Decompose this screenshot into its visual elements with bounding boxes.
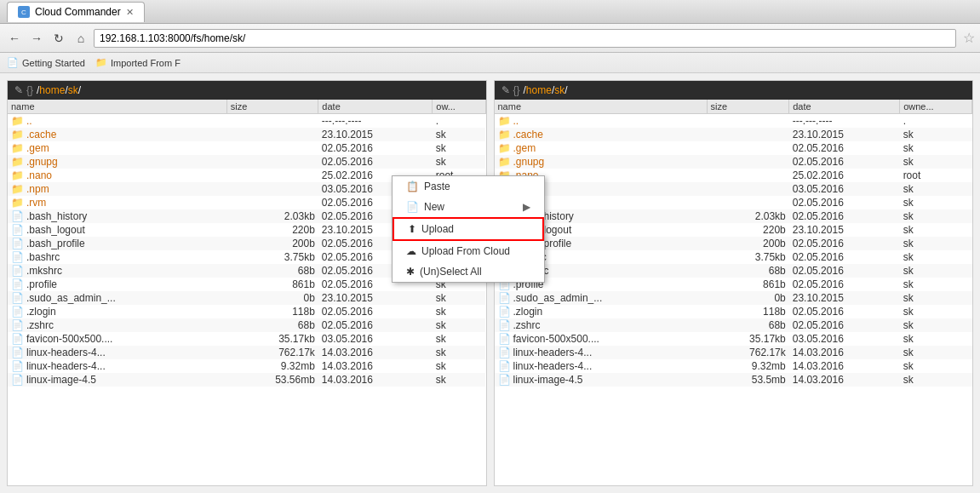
table-row[interactable]: 📄favicon-500x500.... 35.17kb 03.05.2016 … [495,332,972,346]
forward-button[interactable]: → [27,29,46,48]
file-name-cell[interactable]: 📁.. [495,114,708,129]
table-row[interactable]: 📁.. ---.---.---- . [8,114,485,129]
file-icon: 📄 [11,265,24,277]
table-row[interactable]: 📄.zshrc 68b 02.05.2016 sk [495,318,972,332]
context-menu-item-upload-cloud[interactable]: ☁ Upload From Cloud [393,241,544,261]
file-name-cell[interactable]: 📄linux-headers-4... [495,359,708,373]
file-name-cell[interactable]: 📁.gem [8,141,226,155]
menu-item-icon-new: 📄 [406,201,419,213]
file-name-cell[interactable]: 📄linux-headers-4... [8,346,226,359]
size-cell: 53.5mb [707,373,789,387]
table-row[interactable]: 📄linux-headers-4... 9.32mb 14.03.2016 sk [495,359,972,373]
file-name-cell[interactable]: 📁.cache [8,128,226,141]
file-name-cell[interactable]: 📄.sudo_as_admin_... [8,291,226,305]
file-name-cell[interactable]: 📄.bashrc [8,250,226,264]
table-row[interactable]: 📄.sudo_as_admin_... 0b 23.10.2015 sk [495,291,972,305]
file-name-cell[interactable]: 📄favicon-500x500.... [8,332,226,346]
context-menu-item-paste[interactable]: 📋 Paste [393,176,544,197]
bookmark-getting-started[interactable]: 📄 Getting Started [7,57,85,68]
owner-cell: sk [433,359,485,373]
table-row[interactable]: 📁.cache 23.10.2015 sk [8,128,485,141]
table-row[interactable]: 📁.rvm 02.05.2016 sk [495,196,972,209]
table-row[interactable]: 📄.sudo_as_admin_... 0b 23.10.2015 sk [8,291,485,305]
col-size: size [226,100,318,114]
address-bar[interactable] [94,29,956,48]
file-icon: 📄 [11,360,24,372]
right-panel-scroll[interactable]: name size date owne... 📁.. ---.---.---- … [495,100,973,485]
bookmark-imported-from[interactable]: 📁 Imported From F [95,57,181,68]
owner-cell: sk [900,318,972,332]
owner-cell: sk [900,223,972,237]
file-icon: 📄 [498,333,511,345]
file-name-cell[interactable]: 📄.zshrc [495,318,708,332]
left-panel: ✎ {} /home/sk/ name size date ow... 📁 [7,80,487,486]
table-row[interactable]: 📄linux-headers-4... 762.17k 14.03.2016 s… [8,346,485,359]
file-name-cell[interactable]: 📄linux-image-4.5 [8,373,226,387]
table-row[interactable]: 📁.nano 25.02.2016 root [495,169,972,182]
table-row[interactable]: 📄.zlogin 118b 02.05.2016 sk [8,305,485,318]
left-panel-scroll[interactable]: name size date ow... 📁.. ---.---.---- . … [8,100,486,485]
browser-tab[interactable]: C Cloud Commander ✕ [7,2,145,22]
table-row[interactable]: 📄linux-image-4.5 53.5mb 14.03.2016 sk [495,373,972,387]
size-cell: 68b [226,264,318,278]
file-name-cell[interactable]: 📁.npm [8,182,226,196]
table-row[interactable]: 📁.gnupg 02.05.2016 sk [495,155,972,169]
file-name-cell[interactable]: 📄.sudo_as_admin_... [495,291,708,305]
table-row[interactable]: 📄.profile 861b 02.05.2016 sk [495,278,972,291]
table-row[interactable]: 📄.zshrc 68b 02.05.2016 sk [8,318,485,332]
file-name-cell[interactable]: 📄linux-image-4.5 [495,373,708,387]
table-row[interactable]: 📄.mkshrc 68b 02.05.2016 sk [495,264,972,278]
date-cell: 02.05.2016 [789,250,900,264]
table-row[interactable]: 📄linux-headers-4... 762.17k 14.03.2016 s… [495,346,972,359]
file-icon: 📄 [11,238,24,249]
back-button[interactable]: ← [5,29,24,48]
context-menu-item-unselect[interactable]: ✱ (Un)Select All [393,261,544,282]
table-row[interactable]: 📄.bashrc 3.75kb 02.05.2016 sk [495,250,972,264]
file-name-cell[interactable]: 📁.. [8,114,226,129]
file-name-cell[interactable]: 📁.gnupg [495,155,708,169]
reload-button[interactable]: ↻ [49,29,68,48]
file-name-cell[interactable]: 📄linux-headers-4... [495,346,708,359]
table-row[interactable]: 📄.bash_history 2.03kb 02.05.2016 sk [495,209,972,223]
size-cell: 861b [707,278,789,291]
file-name-cell[interactable]: 📄.mkshrc [8,264,226,278]
file-name-cell[interactable]: 📄.bash_logout [8,223,226,237]
file-name-cell[interactable]: 📁.rvm [8,196,226,209]
table-row[interactable]: 📄favicon-500x500.... 35.17kb 03.05.2016 … [8,332,485,346]
size-cell: 9.32mb [226,359,318,373]
file-name-cell[interactable]: 📄.zshrc [8,318,226,332]
file-name-cell[interactable]: 📄.zlogin [495,305,708,318]
file-icon: 📄 [11,292,24,304]
table-row[interactable]: 📁.. ---.---.---- . [495,114,972,129]
home-button[interactable]: ⌂ [72,29,90,48]
file-name-cell[interactable]: 📄.bash_profile [8,237,226,250]
file-name-cell[interactable]: 📁.gnupg [8,155,226,169]
file-icon: 📄 [11,210,24,222]
file-name-cell[interactable]: 📄linux-headers-4... [8,359,226,373]
file-name-cell[interactable]: 📁.gem [495,141,708,155]
date-cell: 14.03.2016 [318,359,433,373]
file-name-cell[interactable]: 📁.cache [495,128,708,141]
file-name-cell[interactable]: 📄.profile [8,278,226,291]
table-row[interactable]: 📁.npm 03.05.2016 sk [495,182,972,196]
folder-icon: 📁 [11,129,24,140]
file-name-cell[interactable]: 📁.nano [8,169,226,182]
size-cell: 0b [226,291,318,305]
file-name-cell[interactable]: 📄.zlogin [8,305,226,318]
date-cell: 02.05.2016 [789,318,900,332]
context-menu-item-upload[interactable]: ⬆ Upload [393,217,544,241]
table-row[interactable]: 📄.bash_profile 200b 02.05.2016 sk [495,237,972,250]
file-name-cell[interactable]: 📄.bash_history [8,209,226,223]
table-row[interactable]: 📁.cache 23.10.2015 sk [495,128,972,141]
file-name-cell[interactable]: 📄favicon-500x500.... [495,332,708,346]
file-icon: 📄 [11,374,24,386]
table-row[interactable]: 📁.gem 02.05.2016 sk [495,141,972,155]
context-menu-item-new[interactable]: 📄 New ▶ [393,197,544,217]
table-row[interactable]: 📁.gem 02.05.2016 sk [8,141,485,155]
table-row[interactable]: 📄.bash_logout 220b 23.10.2015 sk [495,223,972,237]
table-row[interactable]: 📁.gnupg 02.05.2016 sk [8,155,485,169]
table-row[interactable]: 📄.zlogin 118b 02.05.2016 sk [495,305,972,318]
table-row[interactable]: 📄linux-headers-4... 9.32mb 14.03.2016 sk [8,359,485,373]
tab-close-button[interactable]: ✕ [126,7,134,18]
table-row[interactable]: 📄linux-image-4.5 53.56mb 14.03.2016 sk [8,373,485,387]
